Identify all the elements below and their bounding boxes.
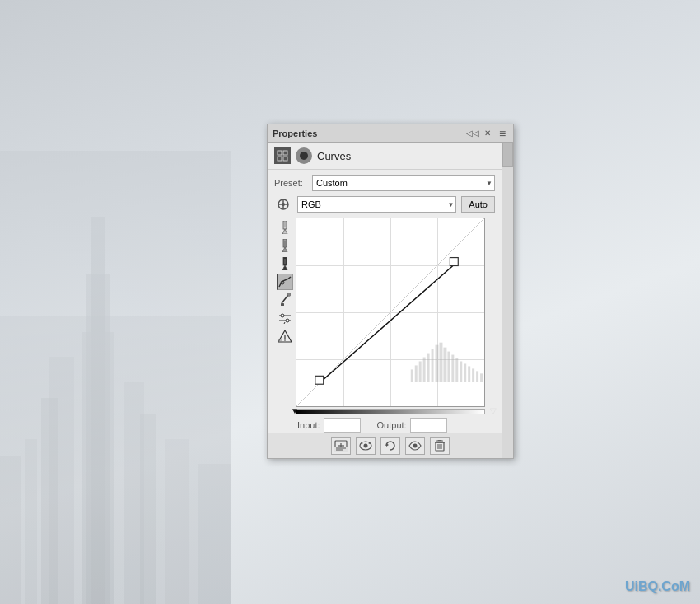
scroll-thumb[interactable] [502, 143, 513, 167]
svg-rect-60 [472, 368, 474, 382]
panel-scrollbar[interactable] [502, 143, 513, 458]
grid-icon [277, 150, 288, 162]
curves-graph[interactable] [296, 218, 485, 407]
svg-point-21 [282, 203, 285, 206]
preset-select[interactable]: Custom [312, 175, 495, 191]
svg-rect-65 [450, 258, 458, 266]
output-value[interactable] [410, 418, 447, 433]
svg-rect-62 [480, 373, 483, 382]
auto-button[interactable]: Auto [461, 196, 495, 213]
svg-marker-76 [386, 443, 389, 447]
circle-icon [299, 151, 309, 161]
svg-rect-53 [443, 348, 446, 382]
output-field: Output: [377, 418, 447, 433]
reset-button[interactable] [380, 437, 400, 455]
input-field: Input: [297, 418, 361, 433]
trash-icon [435, 440, 445, 452]
panel-title: Properties [273, 129, 317, 138]
eye-icon [359, 441, 372, 451]
svg-rect-48 [423, 358, 426, 382]
preset-select-wrapper: Custom ▼ [312, 175, 495, 191]
channel-row: RGB ▼ Auto [274, 196, 495, 213]
svg-marker-26 [282, 247, 287, 252]
svg-rect-15 [278, 157, 282, 161]
channel-select[interactable]: RGB [297, 196, 456, 213]
svg-rect-58 [464, 363, 466, 382]
white-eyedropper-tool[interactable] [277, 219, 293, 236]
svg-point-37 [281, 314, 284, 317]
panel-titlebar: Properties ◁◁ ✕ ≡ [268, 124, 513, 143]
panel-menu-button[interactable]: ≡ [497, 128, 508, 139]
collapse-button[interactable]: ◁◁ [467, 128, 478, 139]
curves-svg [296, 218, 484, 406]
watermark: UiBQ.CoM [625, 579, 690, 594]
svg-point-42 [284, 339, 286, 341]
panel-header: Curves [268, 143, 502, 170]
svg-point-77 [413, 444, 418, 448]
svg-rect-56 [455, 358, 458, 382]
close-button[interactable]: ✕ [482, 128, 493, 139]
svg-rect-55 [451, 355, 454, 382]
svg-rect-45 [411, 369, 413, 382]
io-row: Input: Output: [274, 418, 495, 433]
svg-rect-43 [278, 339, 282, 343]
curves-section: ▼ ▽ [274, 218, 495, 414]
adjustment-icon [274, 147, 291, 164]
svg-point-17 [300, 152, 308, 160]
svg-point-38 [286, 319, 289, 322]
svg-line-32 [282, 295, 288, 303]
svg-rect-13 [278, 151, 282, 155]
black-eyedropper-tool[interactable] [277, 255, 293, 272]
adjustments-tool[interactable] [277, 310, 293, 326]
white-point-marker[interactable]: ▽ [490, 406, 497, 415]
reset-icon [385, 440, 396, 452]
svg-rect-61 [476, 371, 478, 382]
view-button[interactable] [356, 437, 376, 455]
svg-rect-46 [415, 365, 418, 382]
svg-rect-54 [447, 352, 450, 382]
gray-eyedropper-tool[interactable] [277, 237, 293, 254]
input-value[interactable] [324, 418, 361, 433]
mask-warning-tool[interactable] [277, 328, 293, 344]
svg-marker-23 [282, 229, 287, 234]
svg-rect-16 [283, 157, 287, 161]
svg-point-34 [287, 293, 291, 297]
channel-select-wrapper: RGB ▼ [297, 196, 456, 213]
black-point-marker[interactable]: ▼ [291, 406, 299, 415]
target-icon [276, 198, 291, 211]
curves-icon [296, 147, 312, 164]
visibility-icon [408, 441, 422, 451]
svg-rect-69 [334, 447, 348, 452]
curves-tools [274, 218, 296, 414]
svg-rect-51 [436, 345, 439, 382]
clip-icon [334, 440, 348, 452]
svg-marker-29 [282, 265, 287, 270]
svg-rect-52 [439, 343, 442, 382]
svg-rect-49 [427, 354, 430, 382]
clip-to-layer-button[interactable] [331, 437, 351, 455]
channel-icon [274, 197, 292, 212]
svg-rect-33 [281, 303, 284, 306]
svg-point-73 [364, 444, 368, 448]
gradient-row: ▼ ▽ [296, 409, 485, 414]
delete-button[interactable] [430, 437, 450, 455]
visibility-button[interactable] [405, 437, 425, 455]
brush-curves-tool[interactable] [277, 292, 293, 308]
svg-rect-50 [432, 349, 434, 382]
curves-edit-tool[interactable] [277, 274, 293, 290]
svg-rect-57 [460, 361, 462, 382]
input-label: Input: [297, 420, 320, 430]
svg-rect-59 [468, 366, 470, 382]
properties-panel: Properties ◁◁ ✕ ≡ [267, 124, 514, 459]
svg-rect-64 [315, 376, 324, 384]
curves-title: Curves [317, 150, 351, 162]
preset-label: Preset: [274, 178, 307, 188]
svg-rect-47 [419, 361, 422, 382]
svg-rect-12 [0, 151, 231, 604]
preset-row: Preset: Custom ▼ [274, 175, 495, 191]
svg-rect-14 [283, 151, 287, 155]
city-silhouette [0, 151, 231, 604]
panel-title-controls: ◁◁ ✕ ≡ [467, 128, 508, 139]
panel-toolbar [268, 433, 513, 458]
gradient-bar [296, 409, 485, 414]
